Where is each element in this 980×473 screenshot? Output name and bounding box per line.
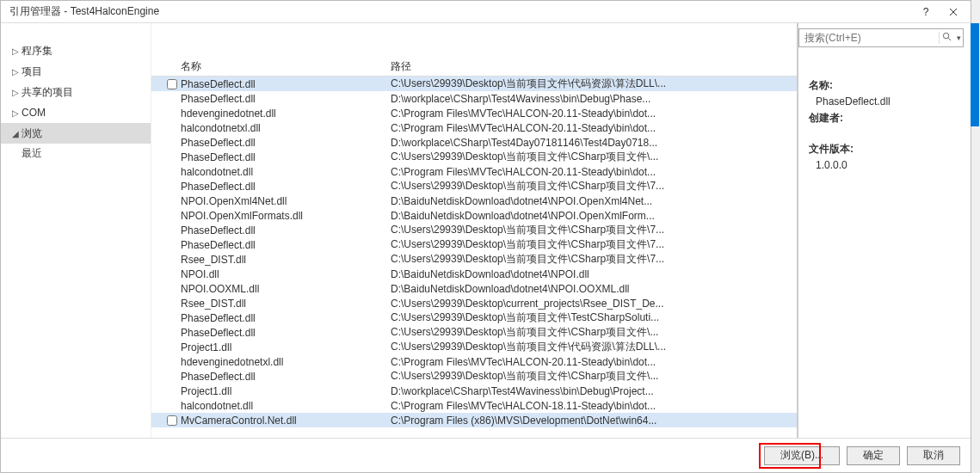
row-checkbox[interactable] bbox=[167, 415, 177, 426]
table-row[interactable]: PhaseDeflect.dllC:\Users\29939\Desktop\当… bbox=[151, 179, 797, 194]
column-path[interactable]: 路径 bbox=[391, 59, 797, 74]
row-path: C:\Program Files\MVTec\HALCON-20.11-Stea… bbox=[391, 356, 797, 368]
row-name: halcondotnet.dll bbox=[181, 166, 391, 178]
row-path: D:\BaiduNetdiskDownload\dotnet4\NPOI.Ope… bbox=[391, 210, 797, 222]
main: 名称 路径 PhaseDeflect.dllC:\Users\29939\Des… bbox=[151, 23, 971, 438]
sidebar-item-label: 浏览 bbox=[22, 126, 42, 141]
row-path: C:\Users\29939\Desktop\当前项目文件\CSharp项目文件… bbox=[391, 179, 797, 194]
table-row[interactable]: halcondotnet.dllC:\Program Files\MVTec\H… bbox=[151, 164, 797, 179]
sidebar-item-2[interactable]: ▷共享的项目 bbox=[1, 82, 151, 102]
list-pane: 名称 路径 PhaseDeflect.dllC:\Users\29939\Des… bbox=[151, 23, 798, 438]
row-path: D:\BaiduNetdiskDownload\dotnet4\NPOI.dll bbox=[391, 268, 797, 280]
row-checkbox-wrap bbox=[163, 79, 181, 89]
table-row[interactable]: PhaseDeflect.dllC:\Users\29939\Desktop\当… bbox=[151, 310, 797, 325]
row-name: PhaseDeflect.dll bbox=[181, 371, 391, 383]
row-name: PhaseDeflect.dll bbox=[181, 137, 391, 149]
table-row[interactable]: PhaseDeflect.dllD:\workplace\CSharp\Test… bbox=[151, 91, 797, 106]
table-row[interactable]: PhaseDeflect.dllD:\workplace\CSharp\Test… bbox=[151, 135, 797, 150]
row-name: PhaseDeflect.dll bbox=[181, 327, 391, 339]
table-row[interactable]: NPOI.OpenXml4Net.dllD:\BaiduNetdiskDownl… bbox=[151, 194, 797, 208]
row-path: C:\Users\29939\Desktop\当前项目文件\代码资源\算法DLL… bbox=[391, 77, 797, 91]
close-button[interactable] bbox=[940, 3, 967, 22]
dialog-body: ▷程序集▷项目▷共享的项目▷COM◢浏览最近 名称 路径 PhaseDeflec… bbox=[1, 23, 971, 438]
table-row[interactable]: halcondotnet.dllC:\Program Files\MVTec\H… bbox=[151, 398, 797, 413]
window-title: 引用管理器 - Test4HalconEngine bbox=[9, 4, 912, 19]
search-wrap: ▾ bbox=[798, 28, 964, 47]
table-row[interactable]: Rsee_DIST.dllC:\Users\29939\Desktop\当前项目… bbox=[151, 252, 797, 267]
row-name: Project1.dll bbox=[181, 341, 391, 353]
row-path: C:\Users\29939\Desktop\当前项目文件\CSharp项目文件… bbox=[391, 252, 797, 267]
cancel-button[interactable]: 取消 bbox=[907, 446, 960, 465]
sidebar-sub-recent[interactable]: 最近 bbox=[1, 144, 151, 163]
sidebar-item-1[interactable]: ▷项目 bbox=[1, 61, 151, 82]
table-row[interactable]: NPOI.OpenXmlFormats.dllD:\BaiduNetdiskDo… bbox=[151, 208, 797, 223]
row-path: C:\Users\29939\Desktop\当前项目文件\CSharp项目文件… bbox=[391, 223, 797, 237]
sidebar-item-3[interactable]: ▷COM bbox=[1, 102, 151, 123]
row-name: Rsee_DIST.dll bbox=[181, 254, 391, 266]
row-name: MvCameraControl.Net.dll bbox=[181, 415, 391, 427]
list-header: 名称 路径 bbox=[151, 58, 797, 77]
table-row[interactable]: Project1.dllC:\Users\29939\Desktop\当前项目文… bbox=[151, 340, 797, 354]
row-name: halcondotnetxl.dll bbox=[181, 122, 391, 134]
sidebar-item-label: 共享的项目 bbox=[22, 85, 73, 100]
row-name: hdevenginedotnetxl.dll bbox=[181, 356, 391, 368]
row-name: NPOI.OpenXml4Net.dll bbox=[181, 195, 391, 207]
table-row[interactable]: PhaseDeflect.dllC:\Users\29939\Desktop\当… bbox=[151, 150, 797, 164]
search-input[interactable] bbox=[799, 32, 939, 44]
table-row[interactable]: hdevenginedotnet.dllC:\Program Files\MVT… bbox=[151, 106, 797, 120]
table-row[interactable]: Project1.dllD:\workplace\CSharp\Test4Wav… bbox=[151, 384, 797, 398]
column-name[interactable]: 名称 bbox=[181, 59, 391, 74]
svg-point-0 bbox=[944, 33, 949, 38]
sidebar-item-label: 程序集 bbox=[22, 44, 52, 58]
table-row[interactable]: PhaseDeflect.dllC:\Users\29939\Desktop\当… bbox=[151, 325, 797, 340]
row-path: C:\Users\29939\Desktop\当前项目文件\CSharp项目文件… bbox=[391, 325, 797, 340]
row-name: PhaseDeflect.dll bbox=[181, 151, 391, 163]
sidebar-item-label: COM bbox=[22, 107, 46, 119]
search-dropdown-icon[interactable]: ▾ bbox=[955, 34, 963, 42]
detail-creator-label: 创建者: bbox=[809, 111, 960, 125]
row-path: C:\Users\29939\Desktop\当前项目文件\代码资源\算法DLL… bbox=[391, 340, 797, 354]
chevron-right-icon: ▷ bbox=[9, 46, 22, 56]
detail-name-label: 名称: bbox=[809, 78, 960, 92]
row-name: NPOI.OOXML.dll bbox=[181, 283, 391, 295]
chevron-right-icon: ▷ bbox=[9, 67, 22, 77]
row-path: C:\Users\29939\Desktop\当前项目文件\TestCSharp… bbox=[391, 310, 797, 325]
row-path: D:\workplace\CSharp\Test4Waviness\bin\De… bbox=[391, 385, 797, 397]
table-row[interactable]: NPOI.dllD:\BaiduNetdiskDownload\dotnet4\… bbox=[151, 267, 797, 281]
row-name: Rsee_DIST.dll bbox=[181, 298, 391, 310]
row-checkbox[interactable] bbox=[167, 79, 177, 89]
detail-name-value: PhaseDeflect.dll bbox=[809, 95, 960, 108]
row-name: PhaseDeflect.dll bbox=[181, 93, 391, 105]
table-row[interactable]: PhaseDeflect.dllC:\Users\29939\Desktop\当… bbox=[151, 237, 797, 252]
table-row[interactable]: NPOI.OOXML.dllD:\BaiduNetdiskDownload\do… bbox=[151, 281, 797, 296]
row-name: Project1.dll bbox=[181, 385, 391, 397]
outer-scrollbar[interactable] bbox=[971, 23, 979, 126]
row-path: C:\Users\29939\Desktop\当前项目文件\CSharp项目文件… bbox=[391, 150, 797, 164]
table-row[interactable]: Rsee_DIST.dllC:\Users\29939\Desktop\curr… bbox=[151, 296, 797, 310]
row-path: D:\workplace\CSharp\Test4Day07181146\Tes… bbox=[391, 137, 797, 149]
chevron-down-icon: ◢ bbox=[9, 129, 22, 138]
row-name: PhaseDeflect.dll bbox=[181, 181, 391, 193]
list-body[interactable]: PhaseDeflect.dllC:\Users\29939\Desktop\当… bbox=[151, 77, 797, 438]
search-icon[interactable] bbox=[939, 32, 955, 44]
sidebar-item-0[interactable]: ▷程序集 bbox=[1, 40, 151, 61]
detail-creator-value bbox=[809, 127, 960, 139]
search-box[interactable]: ▾ bbox=[798, 28, 964, 47]
table-row[interactable]: MvCameraControl.Net.dllC:\Program Files … bbox=[151, 413, 797, 427]
help-button[interactable]: ? bbox=[912, 3, 940, 22]
table-row[interactable]: PhaseDeflect.dllC:\Users\29939\Desktop\当… bbox=[151, 223, 797, 237]
row-path: C:\Program Files\MVTec\HALCON-20.11-Stea… bbox=[391, 166, 797, 178]
sidebar-item-4[interactable]: ◢浏览 bbox=[1, 123, 151, 144]
table-row[interactable]: PhaseDeflect.dllC:\Users\29939\Desktop\当… bbox=[151, 77, 797, 91]
table-row[interactable]: halcondotnetxl.dllC:\Program Files\MVTec… bbox=[151, 120, 797, 135]
close-icon bbox=[949, 8, 958, 16]
detail-version-label: 文件版本: bbox=[809, 142, 960, 156]
row-name: NPOI.dll bbox=[181, 268, 391, 280]
browse-button[interactable]: 浏览(B)... bbox=[764, 446, 840, 465]
table-row[interactable]: PhaseDeflect.dllC:\Users\29939\Desktop\当… bbox=[151, 369, 797, 384]
details-pane: 名称: PhaseDeflect.dll 创建者: 文件版本: 1.0.0.0 bbox=[798, 23, 971, 438]
row-name: hdevenginedotnet.dll bbox=[181, 108, 391, 120]
table-row[interactable]: hdevenginedotnetxl.dllC:\Program Files\M… bbox=[151, 354, 797, 369]
ok-button[interactable]: 确定 bbox=[847, 446, 900, 465]
row-path: D:\workplace\CSharp\Test4Waviness\bin\De… bbox=[391, 93, 797, 105]
